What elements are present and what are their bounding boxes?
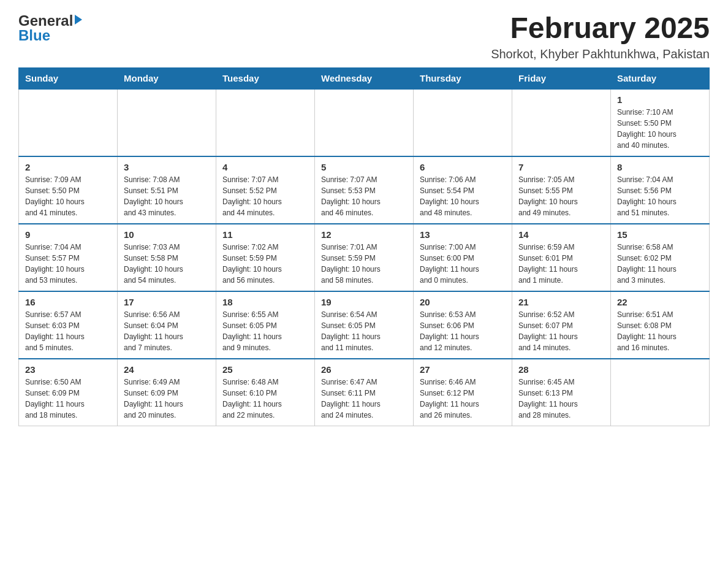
calendar-cell: 10Sunrise: 7:03 AMSunset: 5:58 PMDayligh… [118,224,216,291]
weekday-header-thursday: Thursday [414,67,512,89]
day-info: Sunrise: 6:47 AM [321,377,407,388]
day-info: Daylight: 11 hours [420,399,506,410]
calendar-cell: 4Sunrise: 7:07 AMSunset: 5:52 PMDaylight… [216,156,315,224]
day-info: Sunrise: 7:02 AM [222,242,308,253]
day-number: 15 [617,229,703,240]
weekday-header-sunday: Sunday [19,67,118,89]
day-info: Daylight: 11 hours [617,264,703,275]
day-info: Sunrise: 7:00 AM [420,242,506,253]
day-info: Sunrise: 7:05 AM [518,174,604,185]
day-number: 13 [420,229,506,240]
day-info: Sunset: 5:50 PM [617,118,703,129]
logo: General Blue [18,12,82,44]
day-info: Sunrise: 7:03 AM [124,242,210,253]
day-info: Daylight: 10 hours [321,196,407,207]
calendar-cell [216,89,315,156]
calendar-cell [118,89,216,156]
day-info: Sunset: 6:02 PM [617,253,703,264]
day-info: Daylight: 11 hours [124,331,210,342]
day-info: Sunset: 5:52 PM [222,185,308,196]
day-number: 8 [617,162,703,172]
calendar-cell: 9Sunrise: 7:04 AMSunset: 5:57 PMDaylight… [19,224,118,291]
day-number: 6 [420,162,506,172]
day-info: Sunrise: 6:53 AM [420,309,506,320]
calendar-cell: 28Sunrise: 6:45 AMSunset: 6:13 PMDayligh… [512,359,611,426]
day-info: Sunset: 5:53 PM [321,185,407,196]
day-info: Daylight: 10 hours [420,196,506,207]
day-info: Sunset: 6:09 PM [25,388,111,399]
day-info: Daylight: 11 hours [25,331,111,342]
day-info: Sunset: 5:50 PM [25,185,111,196]
day-info: Sunset: 6:06 PM [420,320,506,331]
day-info: Sunset: 6:12 PM [420,388,506,399]
day-info: Sunset: 6:08 PM [617,320,703,331]
calendar-cell: 3Sunrise: 7:08 AMSunset: 5:51 PMDaylight… [118,156,216,224]
calendar-cell: 7Sunrise: 7:05 AMSunset: 5:55 PMDaylight… [512,156,611,224]
day-info: Daylight: 11 hours [518,399,604,410]
calendar-cell: 22Sunrise: 6:51 AMSunset: 6:08 PMDayligh… [611,291,710,359]
calendar-cell [611,359,710,426]
day-info: Sunrise: 6:51 AM [617,309,703,320]
logo-blue-text: Blue [18,27,50,44]
day-info: Sunset: 6:03 PM [25,320,111,331]
day-info: Sunrise: 6:59 AM [518,242,604,253]
day-info: and 9 minutes. [222,342,308,353]
day-info: and 56 minutes. [222,275,308,286]
day-info: Sunset: 6:01 PM [518,253,604,264]
day-info: Sunrise: 6:55 AM [222,309,308,320]
day-info: Daylight: 10 hours [518,196,604,207]
calendar-cell: 19Sunrise: 6:54 AMSunset: 6:05 PMDayligh… [315,291,414,359]
day-info: Daylight: 10 hours [222,264,308,275]
day-number: 27 [420,364,506,375]
calendar-subtitle: Shorkot, Khyber Pakhtunkhwa, Pakistan [491,47,710,61]
day-info: and 41 minutes. [25,207,111,218]
day-info: and 49 minutes. [518,207,604,218]
weekday-header-saturday: Saturday [611,67,710,89]
calendar-cell: 8Sunrise: 7:04 AMSunset: 5:56 PMDaylight… [611,156,710,224]
day-info: Daylight: 10 hours [25,196,111,207]
day-info: and 14 minutes. [518,342,604,353]
calendar-cell [414,89,512,156]
day-info: and 53 minutes. [25,275,111,286]
day-number: 19 [321,297,407,307]
day-info: Sunset: 5:55 PM [518,185,604,196]
day-number: 14 [518,229,604,240]
day-info: Daylight: 11 hours [321,331,407,342]
day-info: and 58 minutes. [321,275,407,286]
day-info: Sunrise: 6:54 AM [321,309,407,320]
day-info: and 5 minutes. [25,342,111,353]
day-info: and 20 minutes. [124,410,210,421]
day-number: 18 [222,297,308,307]
day-info: Sunset: 6:11 PM [321,388,407,399]
calendar-week-row: 1Sunrise: 7:10 AMSunset: 5:50 PMDaylight… [19,89,710,156]
calendar-week-row: 2Sunrise: 7:09 AMSunset: 5:50 PMDaylight… [19,156,710,224]
day-info: Daylight: 11 hours [518,264,604,275]
day-number: 1 [617,94,703,105]
day-info: Sunrise: 7:08 AM [124,174,210,185]
day-info: and 26 minutes. [420,410,506,421]
day-info: and 40 minutes. [617,140,703,151]
day-info: Sunset: 5:59 PM [321,253,407,264]
calendar-cell: 11Sunrise: 7:02 AMSunset: 5:59 PMDayligh… [216,224,315,291]
calendar-cell: 21Sunrise: 6:52 AMSunset: 6:07 PMDayligh… [512,291,611,359]
day-info: Sunset: 5:54 PM [420,185,506,196]
weekday-header-friday: Friday [512,67,611,89]
calendar-cell: 25Sunrise: 6:48 AMSunset: 6:10 PMDayligh… [216,359,315,426]
day-info: Daylight: 11 hours [420,331,506,342]
day-info: Sunrise: 7:04 AM [617,174,703,185]
day-number: 22 [617,297,703,307]
day-info: Sunset: 6:04 PM [124,320,210,331]
day-number: 21 [518,297,604,307]
day-info: Sunrise: 6:58 AM [617,242,703,253]
day-info: and 44 minutes. [222,207,308,218]
calendar-cell: 16Sunrise: 6:57 AMSunset: 6:03 PMDayligh… [19,291,118,359]
weekday-header-wednesday: Wednesday [315,67,414,89]
day-info: Sunrise: 6:45 AM [518,377,604,388]
day-info: Sunrise: 7:06 AM [420,174,506,185]
day-info: and 12 minutes. [420,342,506,353]
day-number: 23 [25,364,111,375]
day-number: 9 [25,229,111,240]
weekday-header-monday: Monday [118,67,216,89]
day-info: Daylight: 10 hours [25,264,111,275]
day-info: Daylight: 11 hours [25,399,111,410]
